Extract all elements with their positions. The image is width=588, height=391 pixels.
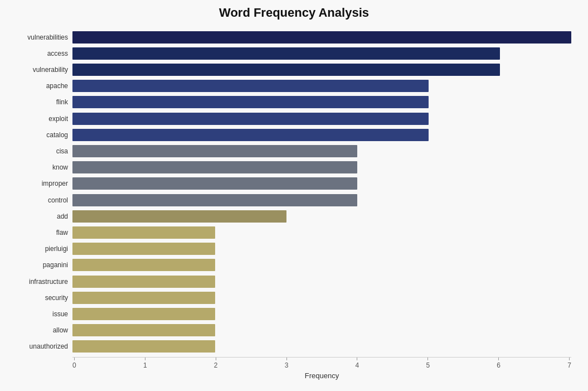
tick-label: 1 xyxy=(143,361,147,369)
bar xyxy=(72,80,429,92)
x-axis-tick: 4 xyxy=(356,358,359,369)
bar-row: vulnerabilities xyxy=(72,29,571,45)
bar xyxy=(72,113,429,125)
bar xyxy=(72,276,215,288)
bar-label: vulnerabilities xyxy=(11,33,68,41)
bar-row: paganini xyxy=(72,257,571,273)
tick-line xyxy=(569,358,570,360)
bar-row: unauthorized xyxy=(72,339,571,355)
bar xyxy=(72,145,357,157)
bar-label: flaw xyxy=(11,229,68,236)
tick-line xyxy=(216,358,216,360)
bar-label: allow xyxy=(11,326,68,334)
bar xyxy=(72,292,215,304)
bar-row: improper xyxy=(72,176,571,192)
bar xyxy=(72,177,357,190)
bar-row: flink xyxy=(72,94,571,110)
x-axis-tick: 3 xyxy=(285,358,289,369)
bar-row: pierluigi xyxy=(72,241,571,257)
x-axis-tick: 6 xyxy=(497,358,500,369)
bar xyxy=(72,31,571,44)
bar-label: improper xyxy=(11,180,68,187)
bar-label: cisa xyxy=(11,147,68,155)
bar xyxy=(72,243,215,255)
bar-label: catalog xyxy=(11,131,68,139)
tick-line xyxy=(357,358,357,360)
tick-line xyxy=(74,358,75,360)
bar-label: access xyxy=(11,50,68,57)
bar xyxy=(72,194,357,206)
bar-label: issue xyxy=(11,310,68,318)
bar xyxy=(72,324,215,336)
bar-label: control xyxy=(11,196,68,204)
tick-label: 7 xyxy=(567,361,571,369)
bar-row: access xyxy=(72,45,571,61)
chart-area: vulnerabilitiesaccessvulnerabilityapache… xyxy=(11,29,577,380)
bar-row: exploit xyxy=(72,110,571,127)
bar xyxy=(72,226,215,239)
x-axis-tick: 1 xyxy=(143,358,147,369)
bar-label: flink xyxy=(11,98,68,106)
bar-label: unauthorized xyxy=(11,342,68,350)
tick-label: 0 xyxy=(72,361,76,369)
bar-label: add xyxy=(11,213,68,220)
bar xyxy=(72,210,286,223)
bar-row: infrastructure xyxy=(72,273,571,289)
bar xyxy=(72,161,357,173)
tick-label: 2 xyxy=(214,361,218,369)
bar-row: control xyxy=(72,192,571,208)
bar-label: know xyxy=(11,163,68,171)
bar xyxy=(72,129,429,141)
bar-label: apache xyxy=(11,82,68,90)
tick-label: 3 xyxy=(285,361,289,369)
bar-label: vulnerability xyxy=(11,66,68,74)
tick-line xyxy=(498,358,499,360)
tick-label: 6 xyxy=(497,361,500,369)
bar-row: know xyxy=(72,160,571,176)
x-axis-tick: 5 xyxy=(426,358,430,369)
bar-row: add xyxy=(72,208,571,224)
bar-label: infrastructure xyxy=(11,278,68,286)
x-axis-area: 01234567 Frequency xyxy=(11,355,577,380)
bar xyxy=(72,96,429,108)
x-axis-label: Frequency xyxy=(72,371,571,380)
bar-label: paganini xyxy=(11,261,68,269)
bar xyxy=(72,64,500,76)
bar-row: allow xyxy=(72,322,571,339)
x-axis-ticks: 01234567 xyxy=(72,357,571,369)
bar-row: flaw xyxy=(72,224,571,240)
bar xyxy=(72,47,500,60)
bars-container: vulnerabilitiesaccessvulnerabilityapache… xyxy=(11,29,577,355)
bar-row: security xyxy=(72,289,571,306)
tick-label: 5 xyxy=(426,361,430,369)
tick-label: 4 xyxy=(356,361,359,369)
bar-row: apache xyxy=(72,78,571,94)
bar-label: exploit xyxy=(11,115,68,123)
tick-line xyxy=(286,358,287,360)
bar-row: catalog xyxy=(72,127,571,143)
bar-row: issue xyxy=(72,306,571,322)
chart-title: Word Frequency Analysis xyxy=(219,6,369,20)
bar xyxy=(72,340,215,353)
x-axis-tick: 0 xyxy=(72,358,76,369)
bar-label: security xyxy=(11,294,68,302)
bar xyxy=(72,259,215,271)
x-axis-tick: 2 xyxy=(214,358,218,369)
x-axis-tick: 7 xyxy=(567,358,571,369)
bar-row: cisa xyxy=(72,143,571,159)
tick-line xyxy=(427,358,428,360)
tick-line xyxy=(145,358,145,360)
bar-label: pierluigi xyxy=(11,245,68,253)
bar-row: vulnerability xyxy=(72,61,571,78)
bar xyxy=(72,308,215,320)
